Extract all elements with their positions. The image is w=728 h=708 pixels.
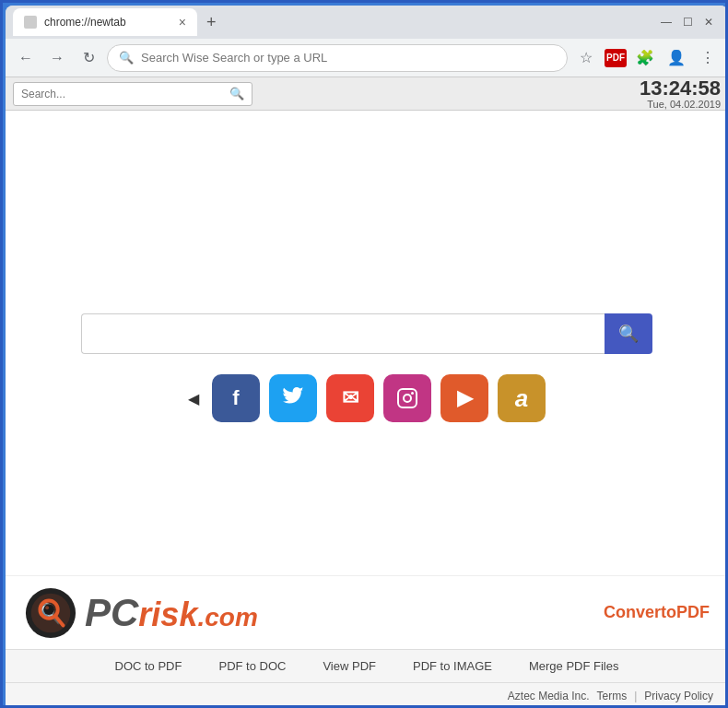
terms-link[interactable]: Terms [597, 690, 628, 702]
facebook-icon[interactable]: f [212, 374, 260, 422]
gmail-icon[interactable]: ✉ [326, 374, 374, 422]
pcrisk-logo-icon: 🔍 [24, 586, 77, 640]
instagram-icon[interactable] [383, 374, 431, 422]
youtube-icon[interactable]: ▶ [440, 374, 488, 422]
nav-pdf-to-doc[interactable]: PDF to DOC [218, 659, 286, 673]
address-input[interactable]: chrome://newtab [141, 51, 556, 65]
wise-search-icon: 🔍 [229, 87, 244, 100]
extensions-icon[interactable]: 🧩 [632, 45, 658, 71]
star-icon[interactable]: ☆ [573, 45, 599, 71]
convertopdf-accent: PDF [676, 603, 710, 621]
svg-point-2 [411, 392, 414, 395]
profile-icon[interactable]: 👤 [663, 45, 689, 71]
browser-window: chrome://newtab × + — ☐ ✕ ← → ↻ 🔍 chrome… [6, 6, 728, 708]
toolbar-icons: ☆ PDF 🧩 👤 ⋮ [573, 45, 721, 71]
maximize-button[interactable]: ☐ [683, 16, 693, 29]
amazon-icon[interactable]: a [498, 374, 546, 422]
svg-rect-0 [398, 389, 417, 407]
convertopdf-logo: ConvertoPDF [604, 603, 710, 622]
search-icon: 🔍 [119, 51, 134, 65]
wise-toolbar: 🔍 13:24:58 Tue, 04.02.2019 [6, 77, 728, 111]
active-tab[interactable]: chrome://newtab × [13, 8, 197, 36]
social-icons-row: ◀ f ✉ ▶ a [188, 374, 546, 422]
privacy-link[interactable]: Privacy Policy [644, 690, 713, 702]
nav-doc-to-pdf[interactable]: DOC to PDF [115, 659, 182, 673]
pcrisk-pc-text: PC [85, 591, 138, 635]
main-search-input[interactable]: pcrisk.com [81, 313, 605, 354]
bottom-bar: Aztec Media Inc. Terms | Privacy Policy [6, 682, 728, 708]
close-button[interactable]: ✕ [704, 16, 713, 29]
address-toolbar: ← → ↻ 🔍 chrome://newtab ☆ PDF 🧩 👤 ⋮ [6, 39, 728, 77]
wise-time: 13:24:58 [640, 78, 721, 99]
wise-search-input[interactable] [21, 88, 224, 100]
nav-merge-pdf[interactable]: Merge PDF Files [529, 659, 619, 673]
svg-point-7 [43, 604, 54, 615]
pcrisk-logo-text: PC risk .com [85, 591, 258, 635]
tab-favicon [24, 16, 37, 29]
tab-title: chrome://newtab [44, 16, 126, 29]
window-controls: — ☐ ✕ [661, 16, 721, 29]
minimize-button[interactable]: — [661, 16, 672, 29]
svg-point-1 [404, 395, 411, 402]
forward-button[interactable]: → [44, 45, 70, 71]
new-tab-button[interactable]: + [201, 13, 222, 32]
nav-view-pdf[interactable]: View PDF [323, 659, 376, 673]
pcrisk-risk-text: risk [138, 596, 197, 634]
footer-area: 🔍 PC risk .com ConvertoPDF [6, 575, 728, 708]
cursor-indicator: ◀ [188, 390, 199, 407]
main-search-button[interactable]: 🔍 [605, 313, 652, 354]
convertopdf-text: Converto [604, 603, 676, 621]
company-name: Aztec Media Inc. [508, 690, 590, 702]
address-bar[interactable]: 🔍 chrome://newtab [107, 44, 568, 72]
search-area: pcrisk.com 🔍 ◀ f ✉ ▶ a [81, 313, 652, 422]
wise-search-box[interactable]: 🔍 [13, 82, 252, 106]
pdf-extension-icon[interactable]: PDF [605, 49, 627, 67]
pcrisk-logo: 🔍 PC risk .com [24, 586, 258, 640]
bottom-divider: | [634, 690, 637, 702]
wise-date: Tue, 04.02.2019 [640, 99, 721, 110]
main-search-row: pcrisk.com 🔍 [81, 313, 652, 354]
main-content: pcrisk.com 🔍 ◀ f ✉ ▶ a [6, 111, 728, 708]
pcrisk-dotcom-text: .com [197, 603, 257, 632]
twitter-icon[interactable] [269, 374, 317, 422]
reload-button[interactable]: ↻ [76, 45, 101, 71]
nav-links-bar: DOC to PDF PDF to DOC View PDF PDF to IM… [6, 649, 728, 682]
svg-point-8 [45, 606, 49, 609]
menu-icon[interactable]: ⋮ [695, 45, 721, 71]
nav-pdf-to-image[interactable]: PDF to IMAGE [413, 659, 492, 673]
search-button-icon: 🔍 [618, 324, 639, 344]
title-bar: chrome://newtab × + — ☐ ✕ [6, 6, 728, 39]
wise-clock: 13:24:58 Tue, 04.02.2019 [640, 78, 721, 110]
tab-close-button[interactable]: × [179, 15, 186, 30]
brand-bar: 🔍 PC risk .com ConvertoPDF [6, 575, 728, 649]
back-button[interactable]: ← [13, 45, 39, 71]
